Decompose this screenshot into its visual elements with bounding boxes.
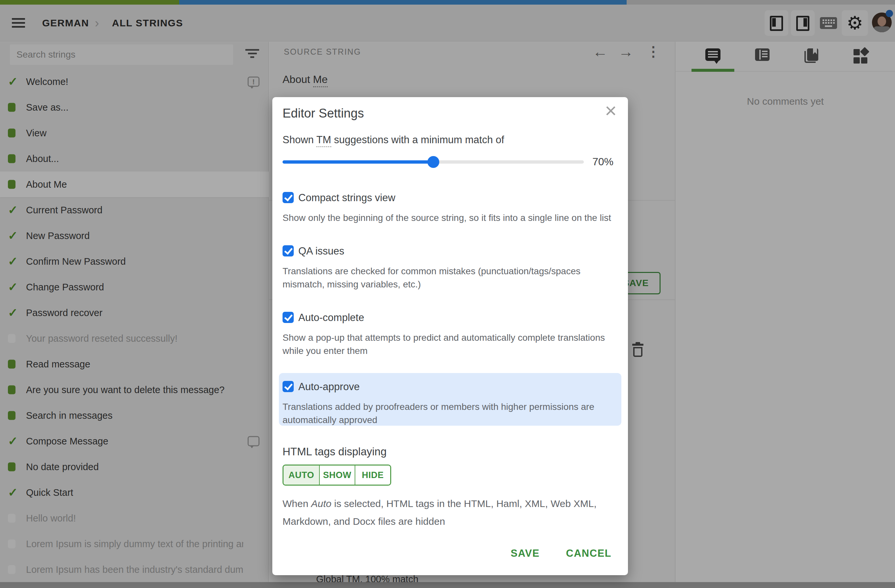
slider-fill — [282, 160, 433, 164]
checkbox-qa-issues[interactable] — [282, 245, 294, 256]
html-tags-desc: When Auto is selected, HTML tags in the … — [282, 495, 608, 530]
slider-value: 70% — [592, 156, 613, 168]
html-tags-label: HTML tags displaying — [282, 446, 387, 458]
compact-strings-label[interactable]: Compact strings view — [298, 192, 396, 204]
html-tags-segmented-control: AUTOSHOWHIDE — [282, 465, 391, 486]
slider-thumb[interactable] — [428, 156, 439, 168]
cancel-button[interactable]: CANCEL — [566, 547, 611, 559]
compact-strings-desc: Show only the beginning of the source st… — [282, 211, 612, 224]
checkbox-compact-strings[interactable] — [282, 192, 294, 203]
tm-threshold-label: Shown TM suggestions with a minimum matc… — [282, 134, 504, 146]
auto-approve-desc: Translations added by proofreaders or me… — [282, 400, 605, 427]
editor-settings-modal: Editor Settings × Shown TM suggestions w… — [272, 97, 628, 575]
html-tags-option-auto[interactable]: AUTO — [284, 465, 319, 485]
auto-approve-label[interactable]: Auto-approve — [298, 381, 360, 393]
html-tags-option-hide[interactable]: HIDE — [355, 465, 390, 485]
tm-term: TM — [316, 134, 331, 147]
modal-title: Editor Settings — [282, 106, 364, 121]
tm-match-slider[interactable] — [282, 160, 584, 164]
qa-issues-desc: Translations are checked for common mist… — [282, 265, 612, 291]
auto-complete-desc: Show a pop-up that attempts to predict a… — [282, 331, 612, 358]
checkbox-auto-complete[interactable] — [282, 312, 294, 323]
close-icon[interactable]: × — [605, 100, 617, 121]
checkbox-auto-approve[interactable] — [282, 381, 294, 392]
save-button[interactable]: SAVE — [511, 547, 540, 559]
html-tags-option-show[interactable]: SHOW — [319, 465, 355, 485]
auto-complete-label[interactable]: Auto-complete — [298, 312, 364, 324]
qa-issues-label[interactable]: QA issues — [298, 245, 344, 257]
